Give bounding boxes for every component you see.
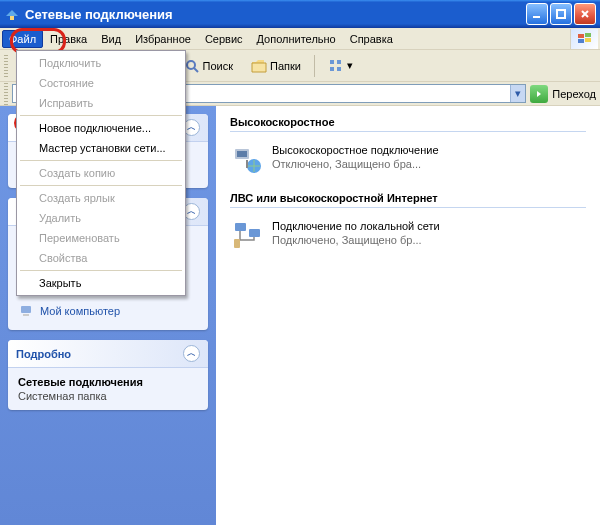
svg-rect-21 <box>23 314 29 316</box>
menu-item-connect[interactable]: Подключить <box>19 53 183 73</box>
menu-favorites[interactable]: Избранное <box>128 30 198 48</box>
menu-tools[interactable]: Сервис <box>198 30 250 48</box>
menu-item-rename[interactable]: Переименовать <box>19 228 183 248</box>
menu-item-repair[interactable]: Исправить <box>19 93 183 113</box>
panel-header[interactable]: Подробно ︿ <box>8 340 208 368</box>
connection-status: Отключено, Защищено бра... <box>272 158 439 170</box>
svg-rect-1 <box>533 16 540 18</box>
menu-item-properties[interactable]: Свойства <box>19 248 183 268</box>
panel-details: Подробно ︿ Сетевые подключения Системная… <box>8 340 208 410</box>
svg-rect-25 <box>246 160 248 168</box>
menu-item-status[interactable]: Состояние <box>19 73 183 93</box>
svg-rect-5 <box>578 39 584 43</box>
folders-label: Папки <box>270 60 301 72</box>
search-button[interactable]: Поиск <box>178 55 239 77</box>
chevron-up-icon[interactable]: ︿ <box>183 345 200 362</box>
menu-divider <box>20 185 182 186</box>
panel-title: Подробно <box>16 348 71 360</box>
svg-rect-27 <box>249 229 260 237</box>
address-dropdown-icon[interactable]: ▾ <box>510 85 525 102</box>
svg-rect-26 <box>235 223 246 231</box>
go-button[interactable] <box>530 85 548 103</box>
group-lan: ЛВС или высокоскоростной Интернет <box>230 192 586 208</box>
svg-rect-6 <box>585 38 591 42</box>
chevron-down-icon: ▾ <box>347 59 353 72</box>
svg-rect-3 <box>578 34 584 38</box>
toolbar-grip <box>4 55 8 77</box>
svg-rect-8 <box>330 60 334 64</box>
connection-item-highspeed[interactable]: Высокоскоростное подключение Отключено, … <box>230 140 586 180</box>
menu-advanced[interactable]: Дополнительно <box>250 30 343 48</box>
svg-rect-10 <box>330 67 334 71</box>
views-button[interactable]: ▾ <box>322 55 359 77</box>
menu-divider <box>20 115 182 116</box>
folders-button[interactable]: Папки <box>245 55 307 77</box>
menu-item-create-copy[interactable]: Создать копию <box>19 163 183 183</box>
go-label: Переход <box>552 88 596 100</box>
svg-rect-9 <box>337 60 341 64</box>
svg-rect-20 <box>21 306 31 313</box>
window-title: Сетевые подключения <box>25 7 524 22</box>
menu-item-create-shortcut[interactable]: Создать ярлык <box>19 188 183 208</box>
menu-view[interactable]: Вид <box>94 30 128 48</box>
svg-rect-11 <box>337 67 341 71</box>
menu-file[interactable]: Файл <box>2 30 43 48</box>
file-menu-dropdown: Подключить Состояние Исправить Новое под… <box>16 50 186 296</box>
menu-item-close[interactable]: Закрыть <box>19 273 183 293</box>
close-button[interactable] <box>574 3 596 25</box>
window-titlebar: Сетевые подключения <box>0 0 600 28</box>
details-type: Системная папка <box>18 390 198 402</box>
minimize-button[interactable] <box>526 3 548 25</box>
connection-item-lan[interactable]: Подключение по локальной сети Подключено… <box>230 216 586 256</box>
svg-rect-4 <box>585 33 591 37</box>
menu-item-network-wizard[interactable]: Мастер установки сети... <box>19 138 183 158</box>
group-highspeed: Высокоскоростное <box>230 116 586 132</box>
connection-name: Подключение по локальной сети <box>272 220 440 232</box>
svg-rect-28 <box>234 239 240 248</box>
menu-divider <box>20 160 182 161</box>
menu-divider <box>20 270 182 271</box>
link-label: Мой компьютер <box>40 305 120 317</box>
svg-rect-0 <box>10 16 14 20</box>
addressbar-grip <box>4 83 8 105</box>
maximize-button[interactable] <box>550 3 572 25</box>
menu-item-delete[interactable]: Удалить <box>19 208 183 228</box>
search-label: Поиск <box>203 60 233 72</box>
connection-name: Высокоскоростное подключение <box>272 144 439 156</box>
main-content: Высокоскоростное Высокоскоростное подклю… <box>216 106 600 525</box>
lan-connection-icon <box>232 220 264 252</box>
window-icon <box>4 6 20 22</box>
menubar: Файл Правка Вид Избранное Сервис Дополни… <box>0 28 600 50</box>
menu-help[interactable]: Справка <box>343 30 400 48</box>
menu-item-new-connection[interactable]: Новое подключение... <box>19 118 183 138</box>
svg-rect-23 <box>237 151 247 157</box>
details-name: Сетевые подключения <box>18 376 198 388</box>
windows-flag-icon <box>570 29 598 49</box>
connection-status: Подключено, Защищено бр... <box>272 234 440 246</box>
link-my-computer[interactable]: Мой компьютер <box>18 300 198 322</box>
menu-edit[interactable]: Правка <box>43 30 94 48</box>
toolbar-separator <box>314 55 315 77</box>
svg-rect-2 <box>557 10 565 18</box>
broadband-connection-icon <box>232 144 264 176</box>
svg-point-7 <box>187 61 195 69</box>
